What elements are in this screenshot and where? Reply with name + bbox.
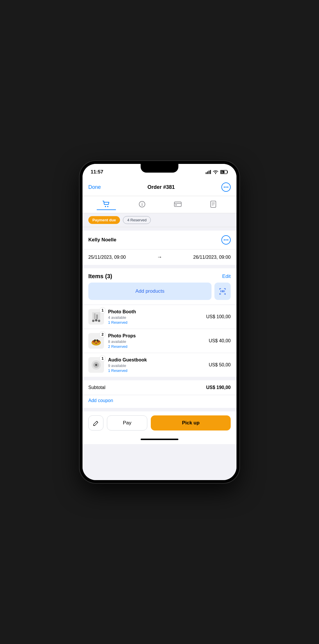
cart-icon <box>103 201 110 208</box>
svg-point-51 <box>98 341 100 343</box>
svg-point-49 <box>95 343 97 344</box>
customer-more-button[interactable] <box>221 235 231 245</box>
ellipsis-icon <box>224 187 228 188</box>
product-info-1: Photo Booth 4 available 1 Reserved <box>108 309 202 325</box>
customer-ellipsis-icon <box>224 239 228 240</box>
svg-point-22 <box>224 239 225 240</box>
bottom-actions: Pay Pick up <box>83 411 236 436</box>
svg-point-23 <box>225 239 227 240</box>
product-price-3: US$ 50,00 <box>209 362 231 368</box>
product-reserved-2: 2 Reserved <box>108 344 205 349</box>
phone-screen: 11:57 <box>83 164 236 480</box>
tab-info[interactable] <box>133 199 151 210</box>
pricing-section: Subtotal US$ 190,00 Add coupon <box>83 380 236 408</box>
product-price-2: US$ 40,00 <box>209 338 231 343</box>
subtotal-value: US$ 190,00 <box>206 385 231 390</box>
svg-point-55 <box>96 364 97 366</box>
status-time: 11:57 <box>91 169 103 175</box>
svg-rect-35 <box>222 290 223 292</box>
more-options-button[interactable] <box>221 182 231 192</box>
svg-rect-36 <box>223 290 224 292</box>
product-name-2: Photo Props <box>108 333 205 339</box>
battery-icon: 51 <box>220 170 228 174</box>
svg-rect-18 <box>211 201 216 207</box>
add-coupon-row: Add coupon <box>83 395 236 408</box>
product-image-wrap-1: 1 <box>88 309 104 325</box>
svg-rect-15 <box>174 202 181 207</box>
pay-button[interactable]: Pay <box>107 415 147 430</box>
tab-notes[interactable] <box>204 199 222 210</box>
svg-rect-3 <box>210 170 211 174</box>
dates-row: 25/11/2023, 09:00 → 26/11/2023, 09:00 <box>83 249 236 265</box>
home-indicator <box>83 436 236 444</box>
product-image-wrap-2: 2 <box>88 333 104 349</box>
signal-icon <box>206 170 211 174</box>
info-icon <box>139 201 146 208</box>
items-header: Items (3) Edit <box>83 268 236 283</box>
wifi-icon <box>213 170 218 174</box>
subtotal-label: Subtotal <box>88 385 105 390</box>
notes-icon <box>210 201 216 208</box>
product-reserved-1: 1 Reserved <box>108 320 202 325</box>
svg-point-24 <box>227 239 228 240</box>
product-info-3: Audio Guestbook 9 available 1 Reserved <box>108 357 205 373</box>
svg-point-43 <box>98 320 100 322</box>
svg-text:51: 51 <box>221 171 223 173</box>
product-availability-1: 4 available <box>108 315 202 320</box>
product-availability-3: 9 available <box>108 363 205 368</box>
svg-rect-2 <box>209 171 209 174</box>
product-item-3: 1 Audio Guestbook 9 available 1 Reserved… <box>83 353 236 377</box>
svg-rect-28 <box>225 288 226 290</box>
svg-rect-0 <box>206 172 207 174</box>
customer-name: Kelly Noelle <box>88 237 116 243</box>
status-badges-row: Payment due 4 Reserved <box>83 213 236 227</box>
product-qty-badge-1: 1 <box>99 307 106 314</box>
pickup-button[interactable]: Pick up <box>151 415 231 430</box>
svg-rect-30 <box>220 293 220 295</box>
done-button[interactable]: Done <box>88 184 101 190</box>
svg-point-48 <box>96 339 98 341</box>
product-info-2: Photo Props 8 available 2 Reserved <box>108 333 205 349</box>
add-coupon-button[interactable]: Add coupon <box>88 398 113 403</box>
nav-header: Done Order #381 <box>83 178 236 196</box>
svg-rect-37 <box>225 290 225 292</box>
edit-icon-button[interactable] <box>88 415 103 430</box>
tab-payment[interactable] <box>168 200 187 209</box>
product-reserved-3: 1 Reserved <box>108 368 205 373</box>
subtotal-row: Subtotal US$ 190,00 <box>83 380 236 395</box>
phone-frame: 11:57 <box>80 161 239 483</box>
svg-point-42 <box>95 319 97 321</box>
product-qty-badge-3: 1 <box>99 355 106 362</box>
page-title: Order #381 <box>147 184 175 190</box>
product-image-wrap-3: 1 <box>88 357 104 373</box>
product-name-3: Audio Guestbook <box>108 357 205 363</box>
svg-point-8 <box>225 187 227 188</box>
reserved-badge: 4 Reserved <box>123 216 151 224</box>
screen-content: Done Order #381 <box>83 178 236 480</box>
svg-point-10 <box>105 206 106 207</box>
svg-point-50 <box>93 341 94 343</box>
card-icon <box>174 201 182 207</box>
svg-rect-33 <box>221 290 221 292</box>
svg-rect-17 <box>175 205 177 205</box>
product-name-1: Photo Booth <box>108 309 202 314</box>
add-products-label: Add products <box>135 288 164 294</box>
payment-due-badge: Payment due <box>88 216 120 224</box>
end-date: 26/11/2023, 09:00 <box>193 255 231 260</box>
customer-row: Kelly Noelle <box>83 231 236 249</box>
date-arrow-icon: → <box>157 254 162 260</box>
edit-button[interactable]: Edit <box>222 274 231 279</box>
add-products-row: Add products <box>83 283 236 305</box>
product-price-1: US$ 100,00 <box>206 314 231 319</box>
product-item-2: 2 Photo Props 8 available 2 Reserved US$… <box>83 329 236 353</box>
svg-point-7 <box>224 187 225 188</box>
tab-bar <box>83 196 236 213</box>
items-section: Items (3) Edit Add products <box>83 268 236 377</box>
svg-point-41 <box>92 320 94 322</box>
tab-cart[interactable] <box>97 199 116 210</box>
add-products-button[interactable]: Add products <box>88 283 212 300</box>
svg-rect-32 <box>225 293 226 295</box>
barcode-scan-icon <box>219 287 226 295</box>
scan-barcode-button[interactable] <box>214 283 231 300</box>
svg-rect-26 <box>220 288 220 290</box>
